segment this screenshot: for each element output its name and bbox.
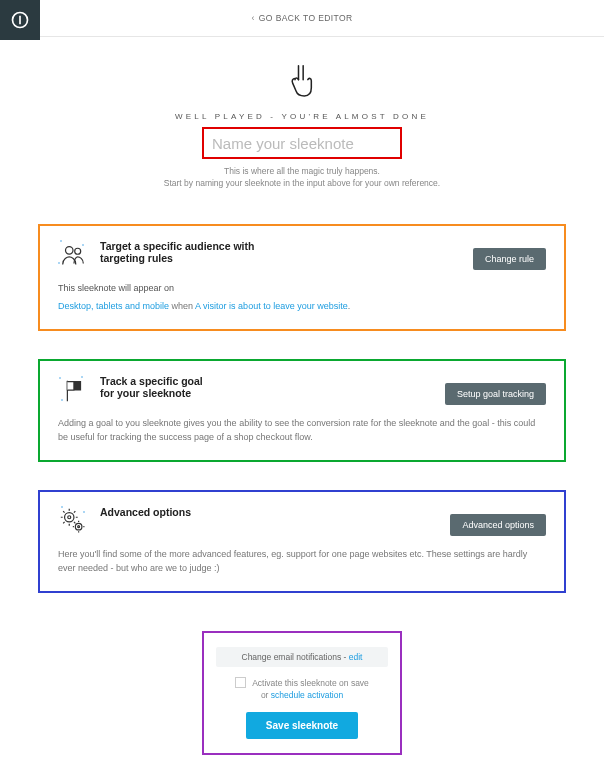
svg-point-1	[66, 247, 74, 255]
email-edit-link[interactable]: edit	[349, 652, 363, 662]
advanced-options-button[interactable]: Advanced options	[450, 514, 546, 536]
finalize-box: Change email notifications - edit Activa…	[202, 631, 402, 755]
activate-checkbox[interactable]	[235, 677, 246, 688]
or-word: or	[261, 690, 271, 700]
activate-label: Activate this sleeknote on save	[252, 678, 369, 688]
chevron-left-icon: ‹	[251, 13, 254, 23]
goal-card: Track a specific goal for your sleeknote…	[38, 359, 566, 462]
email-notifications-row: Change email notifications - edit	[216, 647, 388, 667]
targeting-title: Target a specific audience with targetin…	[100, 240, 254, 264]
email-label: Change email notifications	[242, 652, 342, 662]
svg-point-2	[75, 249, 81, 255]
audience-icon	[58, 240, 88, 270]
hero-subtext-1: This is where all the magic truly happen…	[80, 166, 524, 176]
save-sleeknote-button[interactable]: Save sleeknote	[246, 712, 358, 739]
change-rule-button[interactable]: Change rule	[473, 248, 546, 270]
svg-point-4	[68, 516, 71, 519]
gears-icon	[58, 506, 88, 536]
email-sep: -	[341, 652, 349, 662]
setup-goal-button[interactable]: Setup goal tracking	[445, 383, 546, 405]
advanced-card: Advanced options Advanced options Here y…	[38, 490, 566, 593]
svg-point-5	[75, 524, 82, 531]
peace-hand-icon	[288, 61, 316, 89]
rule-link[interactable]: A visitor is about to leave your website	[195, 301, 348, 311]
schedule-activation-link[interactable]: schedule activation	[271, 690, 343, 700]
name-sleeknote-input[interactable]	[202, 127, 402, 159]
appear-label: This sleeknote will appear on	[58, 282, 546, 296]
targeting-body: This sleeknote will appear on Desktop, t…	[58, 282, 546, 313]
targeting-card: Target a specific audience with targetin…	[38, 224, 566, 331]
svg-point-6	[78, 526, 80, 528]
top-bar: ‹ GO BACK TO EDITOR	[0, 0, 604, 36]
advanced-title: Advanced options	[100, 506, 191, 518]
goal-body: Adding a goal to you sleeknote gives you…	[58, 417, 546, 444]
devices-link[interactable]: Desktop, tablets and mobile	[58, 301, 169, 311]
app-logo	[0, 0, 40, 40]
when-word: when	[169, 301, 195, 311]
hero-section: WELL PLAYED - YOU'RE ALMOST DONE This is…	[0, 37, 604, 196]
svg-point-3	[65, 513, 74, 522]
sleeknote-logo-icon	[10, 10, 30, 30]
rule-period: .	[348, 301, 351, 311]
go-back-link[interactable]: GO BACK TO EDITOR	[259, 13, 353, 23]
advanced-body: Here you'll find some of the more advanc…	[58, 548, 546, 575]
goal-title: Track a specific goal for your sleeknote	[100, 375, 203, 399]
flag-icon	[58, 375, 88, 405]
hero-subtext-2: Start by naming your sleeknote in the in…	[80, 178, 524, 188]
hero-title: WELL PLAYED - YOU'RE ALMOST DONE	[80, 112, 524, 121]
